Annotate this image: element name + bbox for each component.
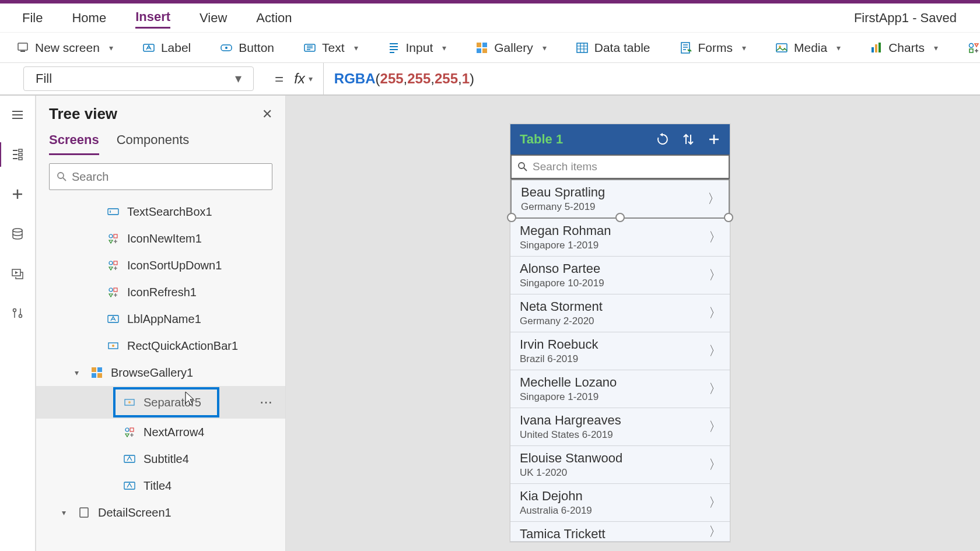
preview-list: Beau Spratling Germany 5-2019 〉 Megan Ro… bbox=[510, 179, 730, 542]
icons-button[interactable]: Icons ▾ bbox=[961, 37, 980, 58]
chevron-right-icon[interactable]: 〉 bbox=[708, 190, 720, 208]
media-icon bbox=[775, 41, 788, 54]
charts-button[interactable]: Charts ▾ bbox=[864, 37, 944, 58]
row-sub: Brazil 6-2019 bbox=[520, 353, 720, 365]
new-screen-button[interactable]: New screen ▾ bbox=[10, 37, 119, 58]
svg-point-4 bbox=[225, 47, 228, 49]
data-icon[interactable] bbox=[9, 225, 26, 243]
hamburger-icon[interactable] bbox=[9, 106, 26, 124]
tree-item-browsegallery[interactable]: ▾ BrowseGallery1 bbox=[36, 359, 285, 386]
tree-item-textsearchbox[interactable]: TextSearchBox1 bbox=[36, 198, 285, 225]
tree-item-title[interactable]: Title4 bbox=[36, 472, 285, 499]
menu-insert[interactable]: Insert bbox=[135, 7, 170, 29]
chevron-right-icon[interactable]: 〉 bbox=[709, 266, 722, 284]
svg-rect-37 bbox=[92, 367, 96, 372]
tree-item-rectqab[interactable]: RectQuickActionBar1 bbox=[36, 332, 285, 359]
label-icon bbox=[106, 312, 120, 326]
tree-item-iconsort[interactable]: IconSortUpDown1 bbox=[36, 252, 285, 279]
tab-screens[interactable]: Screens bbox=[49, 132, 99, 155]
list-item[interactable]: Beau Spratling Germany 5-2019 〉 bbox=[510, 179, 730, 219]
chevron-down-icon[interactable]: ▾ bbox=[75, 368, 79, 377]
chevron-right-icon[interactable]: 〉 bbox=[709, 342, 722, 360]
chevron-right-icon[interactable]: 〉 bbox=[709, 229, 722, 246]
input-button[interactable]: Input ▾ bbox=[382, 37, 453, 58]
svg-rect-29 bbox=[114, 234, 117, 238]
menu-bar: File Home Insert View Action FirstApp1 -… bbox=[0, 3, 980, 33]
chevron-right-icon[interactable]: 〉 bbox=[709, 304, 722, 322]
list-item[interactable]: Elouise Stanwood UK 1-2020 〉 bbox=[510, 446, 730, 484]
tree-search[interactable] bbox=[49, 163, 272, 190]
tree-item-subtitle[interactable]: Subtitle4 bbox=[36, 445, 285, 472]
preview-search[interactable]: Search items bbox=[510, 155, 730, 179]
list-item[interactable]: Kia Dejohn Australia 6-2019 〉 bbox=[510, 484, 730, 522]
icon-control-icon bbox=[106, 285, 120, 299]
app-preview[interactable]: Table 1 Search items Beau Spratling Germ… bbox=[510, 124, 730, 542]
menu-home[interactable]: Home bbox=[72, 8, 106, 28]
svg-rect-40 bbox=[97, 373, 102, 378]
menu-view[interactable]: View bbox=[200, 8, 227, 28]
tree-item-detailscreen[interactable]: ▾ DetailScreen1 bbox=[36, 499, 285, 526]
gallery-label: Gallery bbox=[494, 41, 533, 55]
media-button[interactable]: Media ▾ bbox=[769, 37, 846, 58]
list-item[interactable]: Tamica Trickett 〉 bbox=[510, 522, 730, 542]
row-sub: Germany 5-2019 bbox=[521, 201, 719, 213]
tree-item-lblappname[interactable]: LblAppName1 bbox=[36, 306, 285, 332]
list-item[interactable]: Megan Rohman Singapore 1-2019 〉 bbox=[510, 219, 730, 257]
media-rail-icon[interactable] bbox=[9, 265, 26, 282]
add-icon[interactable] bbox=[708, 133, 720, 146]
tree-search-input[interactable] bbox=[72, 170, 265, 184]
close-icon[interactable]: ✕ bbox=[262, 107, 272, 122]
svg-rect-7 bbox=[482, 43, 487, 47]
tree-item-label: RectQuickActionBar1 bbox=[127, 339, 238, 353]
row-name: Mechelle Lozano bbox=[520, 375, 720, 390]
svg-rect-19 bbox=[19, 149, 22, 152]
data-table-button[interactable]: Data table bbox=[570, 37, 656, 58]
textinput-icon bbox=[106, 205, 120, 219]
svg-rect-21 bbox=[19, 157, 22, 160]
search-icon bbox=[57, 171, 67, 182]
fx-label[interactable]: fx bbox=[294, 71, 305, 87]
tab-components[interactable]: Components bbox=[117, 132, 190, 155]
forms-button[interactable]: Forms ▾ bbox=[674, 37, 752, 58]
chevron-right-icon[interactable]: 〉 bbox=[709, 494, 722, 511]
chevron-right-icon[interactable]: 〉 bbox=[709, 418, 722, 436]
sort-icon[interactable] bbox=[682, 133, 695, 146]
chevron-right-icon[interactable]: 〉 bbox=[709, 456, 722, 473]
advanced-tools-icon[interactable] bbox=[9, 304, 26, 322]
media-label: Media bbox=[794, 41, 827, 55]
button-button[interactable]: Button bbox=[214, 37, 280, 58]
tree-view-icon[interactable] bbox=[9, 146, 26, 163]
list-item[interactable]: Alonso Partee Singapore 10-2019 〉 bbox=[510, 257, 730, 294]
tree-item-separator[interactable]: Separator5 ⋯ bbox=[36, 386, 285, 419]
tree-item-nextarrow[interactable]: NextArrow4 bbox=[36, 419, 285, 445]
tree-item-iconnewitem[interactable]: IconNewItem1 bbox=[36, 225, 285, 252]
insert-plus-icon[interactable] bbox=[9, 185, 26, 203]
row-sub: Singapore 1-2019 bbox=[520, 391, 720, 403]
menu-action[interactable]: Action bbox=[256, 8, 292, 28]
row-name: Irvin Roebuck bbox=[520, 337, 720, 352]
menu-file[interactable]: File bbox=[22, 8, 43, 28]
text-button[interactable]: Text ▾ bbox=[298, 37, 364, 58]
gallery-button[interactable]: Gallery ▾ bbox=[470, 37, 552, 58]
label-button[interactable]: Label bbox=[136, 37, 197, 58]
svg-rect-8 bbox=[477, 48, 481, 53]
more-icon[interactable]: ⋯ bbox=[260, 395, 274, 410]
property-dropdown[interactable]: Fill ▾ bbox=[23, 66, 254, 91]
list-item[interactable]: Neta Storment Germany 2-2020 〉 bbox=[510, 294, 730, 332]
formula-input[interactable]: RGBA(255, 255, 255, 1) bbox=[323, 63, 980, 94]
chevron-right-icon[interactable]: 〉 bbox=[709, 380, 722, 398]
preview-title: Table 1 bbox=[520, 132, 563, 147]
list-item[interactable]: Irvin Roebuck Brazil 6-2019 〉 bbox=[510, 332, 730, 370]
canvas[interactable]: Table 1 Search items Beau Spratling Germ… bbox=[286, 96, 980, 551]
refresh-icon[interactable] bbox=[656, 133, 669, 146]
label-icon bbox=[142, 41, 155, 54]
svg-point-17 bbox=[970, 43, 974, 47]
list-item[interactable]: Ivana Hargreaves United States 6-2019 〉 bbox=[510, 408, 730, 446]
chevron-down-icon[interactable]: ▾ bbox=[62, 508, 66, 517]
list-item[interactable]: Mechelle Lozano Singapore 1-2019 〉 bbox=[510, 370, 730, 408]
tree-item-iconrefresh[interactable]: IconRefresh1 bbox=[36, 279, 285, 306]
rectangle-icon bbox=[106, 339, 120, 353]
svg-point-32 bbox=[109, 288, 113, 292]
tree-item-label: TextSearchBox1 bbox=[127, 205, 212, 219]
chevron-right-icon[interactable]: 〉 bbox=[709, 523, 722, 541]
